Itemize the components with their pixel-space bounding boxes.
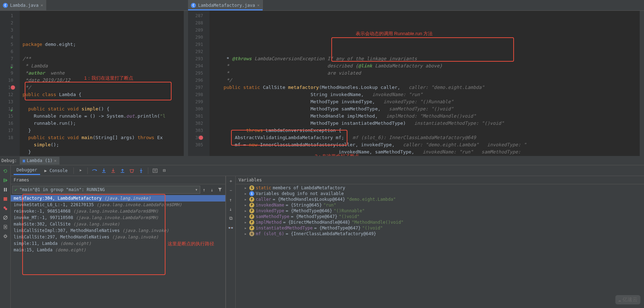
close-icon[interactable]: ✕	[257, 3, 260, 8]
code-line[interactable]: MethodType samMethodType, samMethodType:…	[210, 105, 640, 113]
debugger-tab[interactable]: Debugger	[14, 166, 40, 175]
trace-current-stream-chain-button[interactable]: ⊟	[160, 167, 168, 175]
code-line[interactable]: throws LambdaConversionException {	[210, 127, 640, 134]
thread-selector[interactable]: ✔ "main"@1 in group "main": RUNNING ▾	[12, 186, 200, 194]
expand-icon[interactable]: ▸	[244, 191, 248, 196]
expand-icon[interactable]: ▸	[244, 231, 248, 236]
view-breakpoints-button[interactable]	[2, 205, 9, 212]
next-frame-button[interactable]: ↓	[208, 186, 216, 194]
code-line[interactable]: MethodType instantiatedMethodType) insta…	[210, 120, 640, 127]
code-line[interactable]: runnable.run();	[20, 120, 184, 127]
code-line[interactable]: /**	[20, 55, 184, 62]
code-line[interactable]: package demo.eight;	[20, 41, 184, 48]
stack-frame[interactable]: reinvoke:-1, 968514068 (java.lang.invoke…	[11, 208, 225, 214]
code-line[interactable]: String invokedName, invokedName: "run"	[210, 91, 640, 98]
stack-frame[interactable]: invokeStatic_L6_L:-1, 226170135 (java.la…	[11, 202, 225, 208]
settings-button[interactable]	[2, 233, 9, 240]
left-code[interactable]: 1：我们在这里打了断点 package demo.eight;/** * Lam…	[20, 11, 184, 156]
stack-frame[interactable]: linkCallSite:297, MethodHandleNatives (j…	[11, 234, 225, 240]
code-line[interactable]: mf = new InnerClassLambdaMetafactory(cal…	[210, 141, 640, 148]
variable-row[interactable]: ▸P caller = {MethodHandles$Lookup@644} "…	[237, 196, 643, 202]
code-line[interactable]: MethodType invokedType, invokedType: "()…	[210, 98, 640, 105]
breakpoint-icon[interactable]	[11, 85, 15, 90]
close-icon[interactable]: ✕	[40, 3, 43, 8]
run-to-cursor-button[interactable]	[137, 167, 145, 175]
svg-rect-1	[4, 188, 5, 191]
resume-button[interactable]	[2, 177, 9, 184]
drop-frame-button[interactable]	[128, 167, 136, 175]
code-line[interactable]: MethodHandle implMethod, implMethod: "Me…	[210, 113, 640, 120]
evaluate-expression-button[interactable]	[151, 167, 159, 175]
right-code[interactable]: 表示会动态的调用 Runnable.run 方法 2：在这里也打了断点 * @t…	[210, 11, 640, 156]
variables-tree[interactable]: ▸S staticmembers of LambdaMetafactory▸iV…	[236, 184, 644, 308]
expand-icon[interactable]: ▸	[244, 185, 248, 190]
variable-row[interactable]: ▸P implMethod = {DirectMethodHandle@648}…	[237, 219, 643, 225]
tab-lambda[interactable]: C Lambda.java ✕	[0, 0, 46, 10]
expand-icon[interactable]: ▸	[244, 226, 248, 231]
expand-icon[interactable]: ▸	[244, 203, 248, 208]
pause-button[interactable]	[2, 186, 9, 193]
show-execution-point-button[interactable]: ➤	[77, 167, 85, 175]
move-up-button[interactable]: ↑	[227, 196, 234, 203]
mute-breakpoints-button[interactable]	[2, 214, 9, 221]
console-tab[interactable]: ▶ Console	[42, 167, 71, 175]
remove-watch-button[interactable]: －	[227, 187, 234, 194]
stack-frame[interactable]: main:15, Lambda (demo.eight)	[11, 247, 225, 253]
variable-row[interactable]: ▸iVariables debug info not available	[237, 191, 643, 196]
expand-icon[interactable]: ▸	[244, 197, 248, 202]
code-line[interactable]	[20, 98, 184, 105]
expand-icon[interactable]: ▸	[244, 208, 248, 213]
code-line[interactable]: * are violated	[210, 70, 640, 77]
code-line[interactable]: public class Lambda {	[20, 91, 184, 98]
force-step-into-button[interactable]	[109, 167, 117, 175]
code-line[interactable]	[20, 48, 184, 55]
code-line[interactable]: }	[20, 148, 184, 156]
stack-frame[interactable]: makeSite:302, CallSite (java.lang.invoke…	[11, 221, 225, 227]
tab-lambdametafactory[interactable]: C LambdaMetafactory.java ✕	[188, 0, 263, 10]
left-minimap[interactable]	[184, 11, 188, 156]
close-icon[interactable]: ✕	[54, 158, 57, 163]
variable-row[interactable]: ▸P invokedType = {MethodType@646} "()Run…	[237, 208, 643, 214]
code-line[interactable]: simple();	[20, 141, 184, 148]
code-line[interactable]: */	[20, 84, 184, 91]
code-line[interactable]: implMethod, instantiatedMethodType, impl…	[210, 156, 640, 156]
step-into-button[interactable]	[100, 167, 108, 175]
code-line[interactable]: AbstractValidatingLambdaMetafactory mf; …	[210, 134, 640, 141]
code-line[interactable]: invokedName, samMethodType, invokedName:…	[210, 148, 640, 156]
stop-button[interactable]	[2, 195, 9, 203]
expand-icon[interactable]: ▸	[244, 214, 248, 219]
code-line[interactable]: Runnable runnable = () -> System.out.pri…	[20, 113, 184, 120]
variable-row[interactable]: ▸S staticmembers of LambdaMetafactory	[237, 185, 643, 191]
variable-row[interactable]: ▸≡ mf (slot_6) = {InnerClassLambdaMetafa…	[237, 231, 643, 237]
new-watch-button[interactable]: ＋	[227, 177, 234, 185]
code-line[interactable]: public static void main(String[] args) t…	[20, 134, 184, 141]
code-line[interactable]: * described {@link LambdaMetafactory abo…	[210, 62, 640, 70]
variable-row[interactable]: ▸P samMethodType = {MethodType@647} "()v…	[237, 214, 643, 219]
variable-row[interactable]: ▸P invokedName = {String@645} "run"	[237, 202, 643, 208]
filter-frames-button[interactable]	[216, 186, 224, 194]
step-out-button[interactable]	[119, 167, 126, 175]
get-thread-dump-button[interactable]	[2, 223, 9, 231]
debug-config-tab[interactable]: ▣ Lambda (1) ✕	[20, 157, 59, 165]
prev-frame-button[interactable]: ↑	[200, 186, 208, 194]
rerun-button[interactable]	[2, 167, 9, 175]
code-line[interactable]: */	[210, 77, 640, 84]
breakpoint-icon[interactable]	[199, 136, 203, 140]
code-line[interactable]: * @throws LambdaConversionException If a…	[210, 55, 640, 62]
duplicate-watch-button[interactable]: ⧉	[227, 215, 234, 222]
stack-frame[interactable]: metafactory:304, LambdaMetafactory (java…	[11, 195, 225, 202]
stack-frame[interactable]: linkCallSiteImpl:307, MethodHandleNative…	[11, 227, 225, 234]
stack-frames-list[interactable]: metafactory:304, LambdaMetafactory (java…	[11, 195, 225, 308]
code-line[interactable]: * Lambda	[20, 62, 184, 70]
stack-frame[interactable]: invoke_MT:-1, 997110508 (java.lang.invok…	[11, 214, 225, 221]
variable-row[interactable]: ▸P instantiatedMethodType = {MethodType@…	[237, 225, 643, 231]
code-line[interactable]: }	[20, 127, 184, 134]
code-line[interactable]: public static CallSite metafactory(Metho…	[210, 84, 640, 91]
step-over-button[interactable]	[91, 167, 98, 175]
show-watches-button[interactable]: 👓	[227, 224, 234, 231]
move-down-button[interactable]: ↓	[227, 205, 234, 213]
code-line[interactable]: }	[20, 156, 184, 156]
right-minimap[interactable]	[640, 11, 644, 156]
code-line[interactable]: public static void simple() {	[20, 105, 184, 113]
expand-icon[interactable]: ▸	[244, 220, 248, 225]
